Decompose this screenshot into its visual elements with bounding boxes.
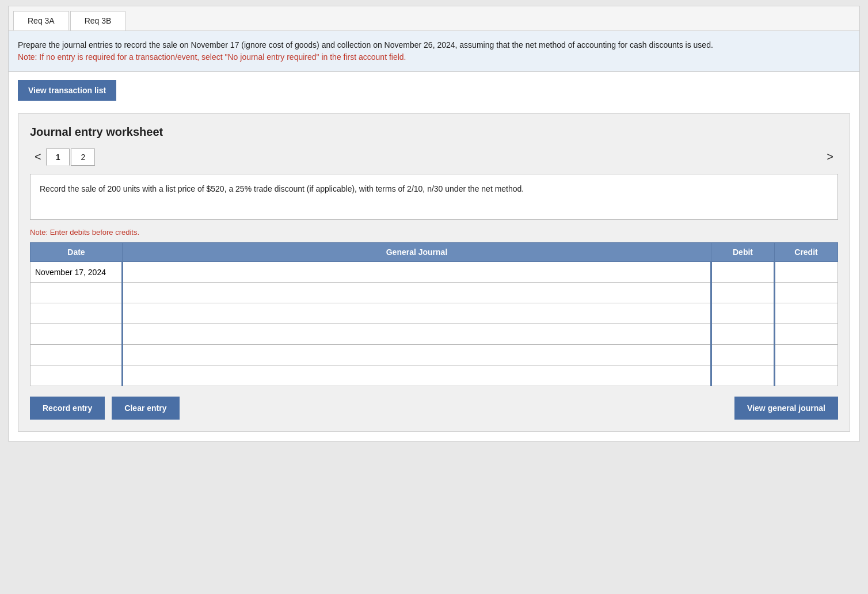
credit-cell <box>775 365 838 386</box>
journal-input[interactable] <box>123 324 710 344</box>
journal-input[interactable] <box>123 365 710 386</box>
journal-input[interactable] <box>123 283 710 303</box>
debit-input[interactable] <box>712 345 774 365</box>
journal-input[interactable] <box>123 262 710 282</box>
table-row <box>31 324 838 345</box>
tabs-bar: Req 3A Req 3B <box>9 6 859 31</box>
credit-cell <box>775 283 838 303</box>
date-cell <box>31 324 123 345</box>
page-tab-2[interactable]: 2 <box>71 148 95 166</box>
date-input[interactable] <box>31 303 121 323</box>
date-cell <box>31 283 123 303</box>
table-row <box>31 283 838 303</box>
tab-req3b[interactable]: Req 3B <box>70 11 126 31</box>
debit-cell <box>711 324 775 345</box>
view-transaction-button[interactable]: View transaction list <box>18 80 116 101</box>
date-input[interactable] <box>31 262 121 282</box>
credit-input[interactable] <box>775 365 837 386</box>
debit-input[interactable] <box>712 283 774 303</box>
credit-input[interactable] <box>775 303 837 323</box>
action-buttons: Record entry Clear entry View general jo… <box>30 397 838 420</box>
journal-entry-worksheet: Journal entry worksheet < 1 2 > Record t… <box>18 113 850 432</box>
next-page-button[interactable]: > <box>822 148 838 166</box>
col-header-debit: Debit <box>711 243 775 262</box>
journal-cell <box>123 283 711 303</box>
instructions-main-text: Prepare the journal entries to record th… <box>18 39 850 51</box>
credit-input[interactable] <box>775 283 837 303</box>
tab-req3a[interactable]: Req 3A <box>13 11 69 31</box>
instructions-panel: Prepare the journal entries to record th… <box>9 31 859 72</box>
table-row <box>31 303 838 324</box>
date-cell <box>31 303 123 324</box>
record-entry-button[interactable]: Record entry <box>30 397 105 420</box>
date-cell <box>31 262 123 283</box>
journal-cell <box>123 262 711 283</box>
journal-input[interactable] <box>123 303 710 323</box>
journal-table: Date General Journal Debit Credit <box>30 242 838 386</box>
col-header-date: Date <box>31 243 123 262</box>
credit-input[interactable] <box>775 262 837 282</box>
worksheet-title: Journal entry worksheet <box>30 125 838 139</box>
date-input[interactable] <box>31 365 121 386</box>
table-row <box>31 345 838 365</box>
journal-cell <box>123 345 711 365</box>
journal-input[interactable] <box>123 345 710 365</box>
prev-page-button[interactable]: < <box>30 148 46 166</box>
debit-cell <box>711 262 775 283</box>
main-container: Req 3A Req 3B Prepare the journal entrie… <box>8 6 860 441</box>
debit-input[interactable] <box>712 303 774 323</box>
instructions-note: Note: If no entry is required for a tran… <box>18 51 850 63</box>
journal-cell <box>123 324 711 345</box>
transaction-description: Record the sale of 200 units with a list… <box>30 174 838 220</box>
date-cell <box>31 345 123 365</box>
debit-input[interactable] <box>712 324 774 344</box>
debit-cell <box>711 303 775 324</box>
page-navigation: < 1 2 > <box>30 148 838 166</box>
credit-input[interactable] <box>775 324 837 344</box>
col-header-credit: Credit <box>775 243 838 262</box>
journal-cell <box>123 303 711 324</box>
clear-entry-button[interactable]: Clear entry <box>112 397 179 420</box>
credit-cell <box>775 324 838 345</box>
col-header-journal: General Journal <box>123 243 711 262</box>
debit-cell <box>711 365 775 386</box>
debit-cell <box>711 283 775 303</box>
date-input[interactable] <box>31 283 121 303</box>
credit-cell <box>775 262 838 283</box>
debit-cell <box>711 345 775 365</box>
table-row <box>31 262 838 283</box>
view-general-journal-button[interactable]: View general journal <box>734 397 838 420</box>
debit-input[interactable] <box>712 365 774 386</box>
date-cell <box>31 365 123 386</box>
journal-cell <box>123 365 711 386</box>
date-input[interactable] <box>31 324 121 344</box>
credit-input[interactable] <box>775 345 837 365</box>
page-tab-1[interactable]: 1 <box>46 148 70 166</box>
date-input[interactable] <box>31 345 121 365</box>
table-row <box>31 365 838 386</box>
entry-note: Note: Enter debits before credits. <box>30 228 838 237</box>
debit-input[interactable] <box>712 262 774 282</box>
credit-cell <box>775 345 838 365</box>
credit-cell <box>775 303 838 324</box>
